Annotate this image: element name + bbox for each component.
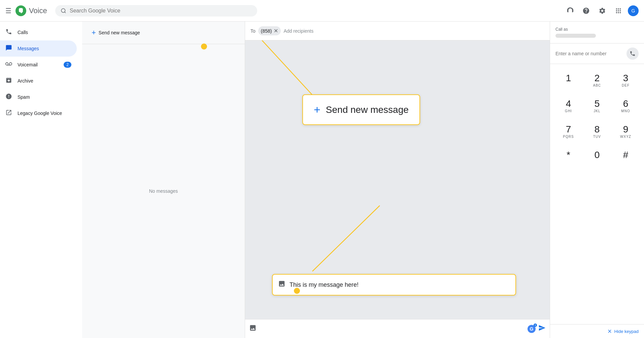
voicemail-icon <box>5 61 12 69</box>
sidebar-item-voicemail-label: Voicemail <box>18 62 38 67</box>
voicemail-badge: 2 <box>64 62 71 68</box>
message-text-input[interactable]: This is my message here! <box>259 326 525 332</box>
dialpad-key-8[interactable]: 8TUV <box>584 121 610 144</box>
sidebar-item-legacy[interactable]: Legacy Google Voice <box>0 105 77 121</box>
open-in-new-icon <box>5 109 12 118</box>
name-input-area[interactable] <box>550 43 644 64</box>
chat-icon <box>5 44 12 53</box>
send-new-message-button[interactable]: + Send new message <box>88 26 144 40</box>
sidebar-item-messages-label: Messages <box>18 46 39 51</box>
headset-icon[interactable] <box>563 4 577 18</box>
dialpad: 12ABC3DEF4GHI5JKL6MNO7PQRS8TUV9WXYZ*0# <box>550 64 644 324</box>
voice-logo-icon <box>15 5 26 16</box>
search-icon <box>61 8 66 14</box>
send-new-message-label: Send new message <box>99 30 140 35</box>
dialpad-key-5[interactable]: 5JKL <box>584 95 610 118</box>
dialpad-key-#[interactable]: # <box>613 146 639 169</box>
svg-line-4 <box>312 206 380 271</box>
sidebar-item-spam[interactable]: Spam <box>0 89 77 105</box>
sidebar-item-legacy-label: Legacy Google Voice <box>18 111 62 116</box>
message-highlight-text: This is my message here! <box>290 281 359 288</box>
dialpad-key-4[interactable]: 4GHI <box>555 95 581 118</box>
menu-icon[interactable]: ☰ <box>5 7 11 15</box>
call-as-number-placeholder <box>555 34 596 38</box>
right-panel: Call as 12ABC3DEF4GHI5JKL6MNO7PQRS8TUV9W… <box>550 22 644 338</box>
send-message-button[interactable] <box>538 324 546 334</box>
recipient-number: (858) <box>261 28 272 34</box>
phone-icon <box>5 28 12 37</box>
topbar: ☰ Voice G <box>0 0 644 22</box>
messages-panel: + Send new message No messages <box>82 22 245 338</box>
yellow-dot-top <box>201 43 207 50</box>
sidebar-item-calls[interactable]: Calls <box>0 24 77 40</box>
content-area: To (858) ✕ Add recipients + Send new mes… <box>245 22 550 338</box>
svg-line-2 <box>65 12 66 13</box>
dialpad-key-3[interactable]: 3DEF <box>613 69 639 92</box>
google-icon: G 1 <box>528 325 536 333</box>
settings-icon[interactable] <box>596 4 609 18</box>
to-bar: To (858) ✕ Add recipients <box>245 22 550 40</box>
send-new-message-highlight[interactable]: + Send new message <box>302 94 420 125</box>
to-label: To <box>250 28 256 34</box>
dialpad-key-6[interactable]: 6MNO <box>613 95 639 118</box>
spam-icon <box>5 93 12 101</box>
name-or-number-input[interactable] <box>555 51 626 56</box>
sidebar-item-calls-label: Calls <box>18 30 28 35</box>
search-input[interactable] <box>70 8 252 14</box>
add-icon: + <box>92 28 96 37</box>
messages-header: + Send new message <box>82 22 245 44</box>
message-input-highlight[interactable]: This is my message here! <box>272 274 516 296</box>
sidebar: Calls Messages Voicemail 2 Archive Spa <box>0 22 82 338</box>
hide-keypad-label: Hide keypad <box>614 329 639 334</box>
sidebar-item-messages[interactable]: Messages <box>0 40 77 57</box>
yellow-dot-bottom <box>294 288 300 294</box>
dialpad-key-2[interactable]: 2ABC <box>584 69 610 92</box>
svg-text:G: G <box>530 326 534 332</box>
close-keypad-icon <box>607 329 612 334</box>
sidebar-item-archive[interactable]: Archive <box>0 73 77 89</box>
remove-recipient-button[interactable]: ✕ <box>274 28 278 34</box>
search-bar[interactable] <box>55 5 257 17</box>
sidebar-item-voicemail[interactable]: Voicemail 2 <box>0 57 77 73</box>
topbar-actions: G <box>563 4 639 18</box>
svg-line-3 <box>245 40 312 95</box>
message-input-bar: This is my message here! G 1 <box>245 319 550 338</box>
add-recipients-input[interactable]: Add recipients <box>283 28 313 34</box>
dialpad-key-0[interactable]: 0 <box>584 146 610 169</box>
main-layout: Calls Messages Voicemail 2 Archive Spa <box>0 22 644 338</box>
dialpad-key-7[interactable]: 7PQRS <box>555 121 581 144</box>
sidebar-item-archive-label: Archive <box>18 78 33 84</box>
hide-keypad-bar[interactable]: Hide keypad <box>550 324 644 338</box>
svg-point-1 <box>61 8 65 12</box>
no-messages-text: No messages <box>82 44 245 338</box>
dialpad-key-1[interactable]: 1 <box>555 69 581 92</box>
call-as-section: Call as <box>550 22 644 43</box>
send-new-highlight-label: Send new message <box>326 104 409 115</box>
dialpad-key-9[interactable]: 9WXYZ <box>613 121 639 144</box>
recipient-chip[interactable]: (858) ✕ <box>258 26 281 35</box>
image-icon[interactable] <box>278 280 285 289</box>
call-as-label: Call as <box>555 27 639 32</box>
avatar[interactable]: G <box>628 5 639 16</box>
archive-icon <box>5 77 12 85</box>
app-logo: Voice <box>15 5 47 16</box>
sidebar-item-spam-label: Spam <box>18 94 30 100</box>
app-title: Voice <box>29 6 47 15</box>
dialpad-key-*[interactable]: * <box>555 146 581 169</box>
apps-icon[interactable] <box>612 4 625 18</box>
help-icon[interactable] <box>579 4 593 18</box>
add-icon-big: + <box>314 103 320 116</box>
call-button[interactable] <box>626 48 639 60</box>
message-area: + Send new message This is my message he… <box>245 40 550 319</box>
attach-image-icon[interactable] <box>249 324 257 334</box>
